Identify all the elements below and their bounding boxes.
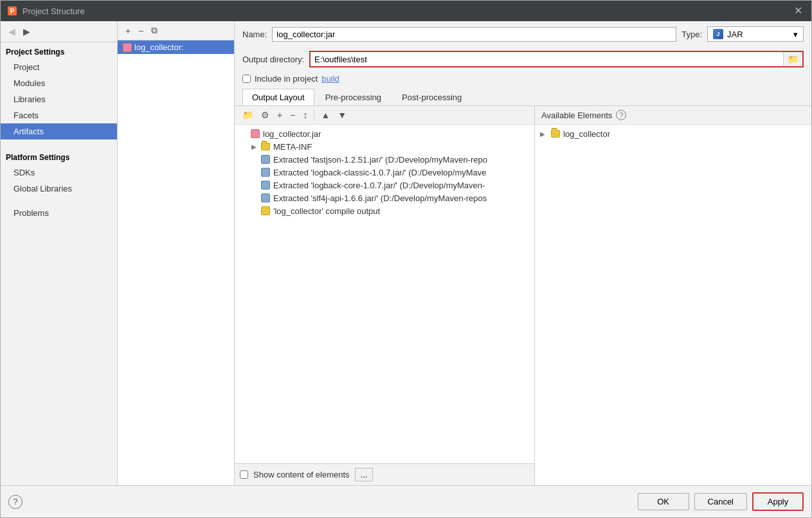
include-build-link[interactable]: build [321, 74, 339, 84]
avail-folder-icon [550, 129, 561, 139]
type-select[interactable]: J JAR ▾ [707, 26, 804, 42]
more-button[interactable]: ... [355, 468, 374, 481]
tree-create-dir-button[interactable]: 📁 [240, 109, 256, 121]
sidebar-item-project[interactable]: Project [1, 59, 117, 75]
dialog-icon: P [7, 6, 17, 16]
sidebar: ◀ ▶ Project Settings Project Modules Lib… [1, 21, 118, 485]
sidebar-item-artifacts[interactable]: Artifacts [1, 123, 117, 139]
jar-file-icon [250, 129, 260, 139]
artifact-toolbar: + − ⧉ [118, 21, 234, 40]
include-build-label: Include in project [255, 74, 318, 84]
output-dir-row: Output directory: 📁 [235, 47, 811, 71]
tree-item-label: META-INF [273, 142, 312, 152]
extracted-jar-icon [260, 167, 271, 177]
toolbar-separator [314, 109, 314, 121]
folder-icon [260, 141, 271, 152]
avail-header-label: Available Elements [541, 111, 612, 120]
avail-header: Available Elements ? [535, 106, 811, 125]
name-label: Name: [242, 30, 267, 39]
avail-item[interactable]: ▶ log_collector [535, 127, 811, 140]
dialog-title: Project Structure [23, 6, 85, 16]
nav-back-button[interactable]: ◀ [6, 25, 18, 38]
include-build-checkbox[interactable] [242, 75, 251, 83]
include-row: Include in project build [235, 71, 811, 89]
output-dir-wrap: 📁 [309, 51, 804, 67]
show-content-label: Show content of elements [253, 470, 350, 479]
tree-sort-button[interactable]: ↕ [300, 109, 310, 121]
avail-help-button[interactable]: ? [616, 110, 626, 120]
tree-item-label: log_collector.jar [263, 129, 321, 139]
artifact-list-item-log-collector[interactable]: log_collector: [118, 40, 234, 54]
tab-pre-processing[interactable]: Pre-processing [316, 89, 391, 105]
tree-add-button[interactable]: + [275, 109, 285, 121]
footer-left: ? [8, 495, 23, 509]
add-artifact-button[interactable]: + [123, 24, 133, 37]
tree-remove-button[interactable]: − [287, 109, 298, 121]
output-dir-label: Output directory: [242, 55, 304, 64]
type-dropdown-icon: ▾ [793, 30, 798, 39]
tree-toolbar: 📁 ⚙ + − ↕ ▲ ▼ [235, 106, 534, 125]
tree-panel: 📁 ⚙ + − ↕ ▲ ▼ [235, 106, 535, 485]
tree-item-label: Extracted 'logback-core-1.0.7.jar/' (D:/… [273, 181, 485, 190]
tree-bottom: Show content of elements ... [235, 463, 534, 485]
sidebar-item-modules[interactable]: Modules [1, 75, 117, 91]
project-settings-label: Project Settings [1, 42, 117, 59]
name-row: Name: Type: J JAR ▾ [235, 21, 811, 47]
tree-item[interactable]: 'log_collector' compile output [235, 204, 534, 217]
tree-properties-button[interactable]: ⚙ [258, 109, 272, 121]
avail-expander: ▶ [540, 130, 548, 138]
project-structure-dialog: P Project Structure ✕ ◀ ▶ Project Settin… [0, 0, 812, 518]
help-button[interactable]: ? [8, 495, 23, 509]
tree-content: log_collector.jar ▶ META-INF [235, 125, 534, 463]
remove-artifact-button[interactable]: − [136, 24, 146, 37]
ok-button[interactable]: OK [638, 493, 689, 510]
tree-item[interactable]: Extracted 'fastjson-1.2.51.jar/' (D:/Dev… [235, 153, 534, 166]
tree-down-button[interactable]: ▼ [335, 109, 349, 121]
cancel-button[interactable]: Cancel [694, 493, 747, 510]
tree-item-label: Extracted 'slf4j-api-1.6.6.jar/' (D:/Dev… [273, 193, 487, 203]
right-panel: Name: Type: J JAR ▾ Output directory: 📁 [235, 21, 811, 485]
name-input[interactable] [272, 27, 676, 42]
sidebar-item-facets[interactable]: Facets [1, 107, 117, 123]
footer: ? OK Cancel Apply [1, 485, 811, 517]
tree-item-label: Extracted 'fastjson-1.2.51.jar/' (D:/Dev… [273, 155, 487, 165]
tab-post-processing[interactable]: Post-processing [392, 89, 471, 105]
tree-item-label: 'log_collector' compile output [273, 206, 380, 216]
svg-text:P: P [10, 8, 15, 15]
artifact-list-panel: + − ⧉ log_collector: [118, 21, 235, 485]
compile-output-icon [260, 206, 271, 216]
tree-item-label: Extracted 'logback-classic-1.0.7.jar/' (… [273, 168, 487, 177]
expander-meta-inf: ▶ [250, 143, 258, 150]
extracted-jar-icon [260, 193, 271, 203]
available-elements-panel: Available Elements ? ▶ log_collector [535, 106, 811, 485]
tree-item[interactable]: ▶ META-INF [235, 140, 534, 153]
sidebar-nav: ◀ ▶ [1, 21, 117, 42]
main-content: ◀ ▶ Project Settings Project Modules Lib… [1, 21, 811, 485]
type-value: JAR [727, 30, 743, 39]
avail-item-label: log_collector [563, 129, 610, 139]
panels-row: 📁 ⚙ + − ↕ ▲ ▼ [235, 106, 811, 485]
tabs-row: Output Layout Pre-processing Post-proces… [235, 89, 811, 106]
tree-item[interactable]: Extracted 'slf4j-api-1.6.6.jar/' (D:/Dev… [235, 192, 534, 204]
jar-icon [123, 43, 132, 52]
tree-item[interactable]: Extracted 'logback-classic-1.0.7.jar/' (… [235, 166, 534, 179]
output-dir-browse-button[interactable]: 📁 [783, 52, 802, 66]
sidebar-item-libraries[interactable]: Libraries [1, 91, 117, 107]
tree-item[interactable]: log_collector.jar [235, 127, 534, 140]
copy-artifact-button[interactable]: ⧉ [149, 24, 160, 37]
show-content-checkbox[interactable] [240, 470, 248, 479]
extracted-jar-icon [260, 154, 271, 165]
sidebar-item-problems[interactable]: Problems [1, 205, 117, 221]
apply-button[interactable]: Apply [752, 492, 804, 511]
sidebar-item-global-libraries[interactable]: Global Libraries [1, 181, 117, 197]
close-button[interactable]: ✕ [791, 4, 805, 17]
footer-right: OK Cancel Apply [638, 492, 804, 511]
jar-type-icon: J [713, 29, 723, 39]
sidebar-item-sdks[interactable]: SDKs [1, 165, 117, 181]
tab-output-layout[interactable]: Output Layout [242, 89, 314, 105]
nav-forward-button[interactable]: ▶ [21, 25, 33, 38]
title-bar: P Project Structure ✕ [1, 1, 811, 21]
tree-up-button[interactable]: ▲ [318, 109, 332, 121]
tree-item[interactable]: Extracted 'logback-core-1.0.7.jar/' (D:/… [235, 179, 534, 192]
output-dir-input[interactable] [311, 53, 783, 66]
